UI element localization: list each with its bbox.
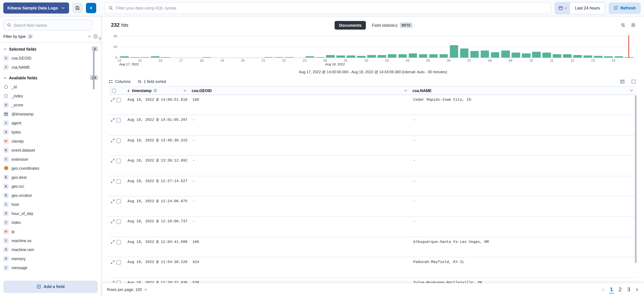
sidebar-scrollbar[interactable]	[93, 51, 94, 90]
previous-page-button[interactable]	[601, 288, 605, 292]
histogram-bar[interactable]	[522, 53, 530, 57]
cell-csa-geoid[interactable]: -	[189, 196, 410, 216]
histogram-bar[interactable]	[542, 53, 551, 58]
cell-timestamp[interactable]: Aug 18, 2022 @ 11:28:27.836	[124, 278, 189, 283]
cell-csa-name[interactable]: Tulsa-Muskogee-Bartlesville, OK	[410, 278, 636, 283]
cell-timestamp[interactable]: Aug 18, 2022 @ 12:18:06.737	[124, 217, 189, 237]
histogram-bar[interactable]	[604, 56, 613, 57]
histogram-bar[interactable]	[594, 56, 602, 57]
column-header-csa-geoid[interactable]: csa.GEOID	[189, 87, 410, 95]
refresh-button[interactable]: Refresh	[608, 2, 641, 14]
cell-timestamp[interactable]: Aug 18, 2022 @ 14:06:51.816	[124, 95, 189, 115]
field-item[interactable]: thost	[0, 200, 101, 209]
cell-timestamp[interactable]: Aug 18, 2022 @ 12:24:06.875	[124, 196, 189, 216]
expand-row-icon[interactable]	[111, 281, 115, 283]
field-item[interactable]: #machine.ram	[0, 245, 101, 254]
cell-timestamp[interactable]: Aug 18, 2022 @ 12:27:14.527	[124, 176, 189, 196]
histogram-bar[interactable]	[450, 45, 458, 57]
columns-button[interactable]: Columns	[108, 79, 130, 84]
histogram-bar[interactable]	[141, 57, 149, 57]
histogram-bar[interactable]	[368, 55, 376, 57]
date-quick-select-button[interactable]	[555, 2, 570, 14]
histogram-bar[interactable]	[388, 54, 396, 57]
field-item[interactable]: kgeo.dest	[0, 173, 101, 182]
histogram-bar[interactable]	[275, 57, 283, 57]
cell-csa-geoid[interactable]: -	[189, 156, 410, 176]
collapse-sidebar-button[interactable]	[98, 35, 102, 41]
tab-field-statistics[interactable]: Field statistics BETA	[372, 22, 412, 28]
expand-row-icon[interactable]	[111, 260, 115, 264]
histogram-bar[interactable]	[470, 51, 479, 57]
field-item[interactable]: _id	[0, 82, 101, 91]
expand-row-icon[interactable]	[111, 159, 115, 163]
cell-csa-name[interactable]: Albuquerque-Santa Fe-Las Vegas, NM	[410, 237, 636, 257]
cell-csa-geoid[interactable]: 168	[189, 95, 410, 115]
expand-row-icon[interactable]	[111, 240, 115, 244]
cell-csa-geoid[interactable]: -	[189, 136, 410, 156]
cell-csa-name[interactable]: -	[410, 196, 636, 216]
histogram-bar[interactable]	[306, 56, 314, 57]
info-icon[interactable]	[94, 34, 98, 39]
histogram-bar[interactable]	[151, 56, 160, 57]
field-item[interactable]: #bytes	[0, 127, 101, 137]
selected-fields-header[interactable]: Selected fields 2	[0, 43, 101, 53]
histogram-bar[interactable]	[574, 55, 582, 57]
cell-csa-name[interactable]: -	[410, 115, 636, 135]
cell-timestamp[interactable]: Aug 18, 2022 @ 14:01:05.297	[124, 115, 189, 135]
row-checkbox[interactable]	[116, 118, 121, 123]
row-checkbox[interactable]	[116, 199, 121, 204]
field-item[interactable]: tmessage	[0, 263, 101, 272]
cell-csa-name[interactable]: Cedar Rapids-Iowa City, IA	[410, 95, 636, 115]
cell-csa-name[interactable]: -	[410, 217, 636, 237]
cell-csa-geoid[interactable]: -	[189, 115, 410, 135]
histogram-bar[interactable]	[429, 54, 438, 57]
histogram-bar[interactable]	[491, 52, 500, 57]
field-item[interactable]: kevent.dataset	[0, 145, 101, 155]
histogram-bar[interactable]	[347, 55, 355, 58]
data-view-picker[interactable]: Kibana Sample Data Logs	[3, 2, 69, 14]
histogram-bar[interactable]	[264, 57, 273, 57]
cell-timestamp[interactable]: Aug 18, 2022 @ 12:04:41.998	[124, 237, 189, 257]
cell-csa-geoid[interactable]: -	[189, 176, 410, 196]
expand-row-icon[interactable]	[111, 179, 115, 183]
histogram-bar[interactable]	[130, 57, 139, 57]
page-1-button[interactable]: 1	[609, 286, 614, 293]
time-range-button[interactable]: Last 24 hours	[570, 2, 605, 14]
sort-fields-button[interactable]: 1 field sorted	[137, 79, 166, 84]
page-2-button[interactable]: 2	[618, 286, 622, 293]
page-3-button[interactable]: 3	[626, 286, 631, 293]
field-item[interactable]: _index	[0, 91, 101, 100]
field-item[interactable]: tmachine.os	[0, 236, 101, 245]
next-page-button[interactable]	[635, 288, 639, 292]
display-options-button[interactable]	[620, 79, 625, 84]
field-search-input[interactable]: Search field names	[3, 20, 92, 30]
row-checkbox[interactable]	[116, 138, 121, 143]
field-item[interactable]: IPip	[0, 227, 101, 236]
field-item[interactable]: IPclientip	[0, 136, 101, 145]
column-header-csa-name[interactable]: csa.NAME	[410, 87, 636, 95]
histogram-bar[interactable]	[161, 57, 170, 57]
histogram-bar[interactable]	[378, 55, 386, 57]
cell-csa-geoid[interactable]: 106	[189, 237, 410, 257]
field-item[interactable]: kgeo.src	[0, 182, 101, 191]
fullscreen-button[interactable]	[631, 79, 636, 84]
histogram-bar[interactable]	[512, 53, 520, 58]
histogram-bar[interactable]	[501, 51, 510, 57]
cell-timestamp[interactable]: Aug 18, 2022 @ 13:36:12.692	[124, 156, 189, 176]
table-scrollbar[interactable]	[635, 95, 636, 263]
field-item[interactable]: #_score	[0, 100, 101, 109]
field-item[interactable]: tindex	[0, 218, 101, 227]
row-checkbox[interactable]	[116, 240, 121, 245]
add-field-button[interactable]: Add a field	[3, 281, 98, 293]
row-checkbox[interactable]	[116, 220, 121, 224]
histogram-bar[interactable]	[357, 56, 366, 57]
histogram-plot[interactable]: 0204014151617181920212223000102030405060…	[119, 36, 634, 58]
row-checkbox[interactable]	[116, 260, 121, 265]
cell-timestamp[interactable]: Aug 18, 2022 @ 11:54:36.220	[124, 257, 189, 277]
histogram-bar[interactable]	[202, 57, 211, 57]
expand-row-icon[interactable]	[111, 98, 115, 102]
field-item[interactable]: kgeo.srcdest	[0, 191, 101, 200]
histogram-bar[interactable]	[285, 57, 294, 57]
field-item[interactable]: tagent	[0, 118, 101, 127]
histogram-bar[interactable]	[614, 56, 623, 57]
